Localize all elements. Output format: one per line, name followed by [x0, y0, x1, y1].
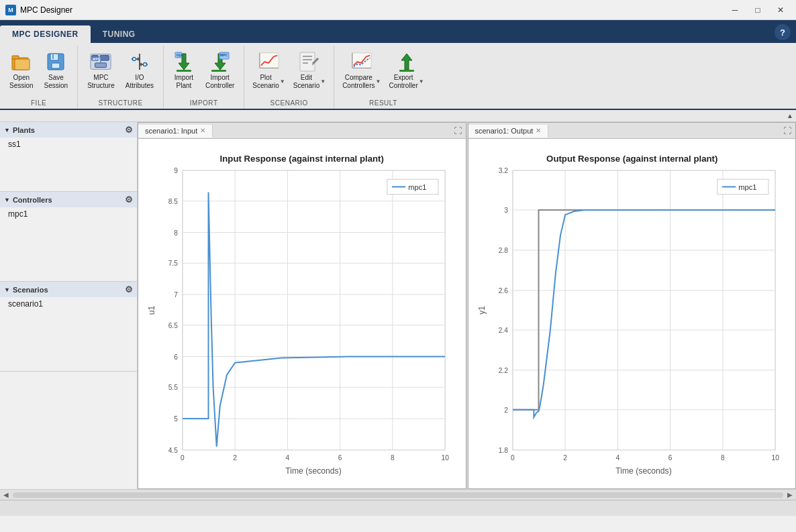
- tab-tuning[interactable]: TUNING: [91, 25, 148, 43]
- ribbon-collapse-bar: ▲: [0, 110, 796, 122]
- svg-text:8: 8: [721, 454, 725, 462]
- svg-text:MPC: MPC: [220, 53, 228, 57]
- svg-text:7.5: 7.5: [168, 260, 178, 267]
- compare-controllers-button[interactable]: CompareControllers ▼: [340, 48, 383, 93]
- import-controller-label: ImportController: [205, 74, 234, 90]
- plot-scenario-button[interactable]: PlotScenario ▼: [250, 48, 287, 93]
- output-chart-svg: Output Response (against internal plant)…: [475, 146, 789, 482]
- io-attributes-button[interactable]: I/OAttributes: [121, 48, 158, 93]
- bottom-scrollbar[interactable]: ◀ ▶: [0, 489, 796, 500]
- svg-text:2: 2: [563, 454, 567, 462]
- output-chart-tab[interactable]: scenario1: Output ✕: [468, 125, 549, 138]
- open-session-button[interactable]: OpenSession: [5, 48, 38, 93]
- controller-item-mpc1[interactable]: mpc1: [0, 207, 137, 221]
- import-plant-button[interactable]: G(s) ImportPlant: [169, 48, 199, 93]
- compare-controllers-label: CompareControllers: [342, 74, 375, 90]
- status-bar: [0, 500, 796, 516]
- help-button[interactable]: ?: [775, 24, 791, 40]
- svg-text:MPC: MPC: [93, 57, 101, 61]
- controllers-section: ▼ Controllers ⚙ mpc1: [0, 192, 137, 282]
- svg-text:2: 2: [233, 454, 237, 462]
- title-bar: M MPC Designer ─ □ ✕: [0, 0, 796, 20]
- input-chart-tab[interactable]: scenario1: Input ✕: [138, 125, 213, 138]
- output-chart-content: Output Response (against internal plant)…: [468, 139, 796, 488]
- maximize-button[interactable]: □: [748, 3, 768, 17]
- input-tab-label: scenario1: Input: [145, 127, 197, 135]
- mpc-structure-label: MPCStructure: [87, 74, 115, 90]
- mpc-structure-button[interactable]: MPC MPCStructure: [83, 48, 119, 93]
- controllers-spacer: [0, 221, 137, 281]
- title-bar-controls[interactable]: ─ □ ✕: [725, 3, 791, 17]
- plant-item-ss1[interactable]: ss1: [0, 138, 137, 151]
- scenarios-header[interactable]: ▼ Scenarios ⚙: [0, 282, 137, 297]
- save-session-label: SaveSession: [44, 74, 68, 90]
- minimize-button[interactable]: ─: [725, 3, 745, 17]
- svg-text:4.5: 4.5: [168, 447, 178, 454]
- output-tab-close[interactable]: ✕: [536, 127, 541, 134]
- plants-gear-icon[interactable]: ⚙: [125, 125, 133, 135]
- svg-rect-32: [300, 52, 315, 71]
- input-chart-content: Input Response (against internal plant) …: [138, 139, 466, 488]
- export-controller-button[interactable]: ExportController ▼: [386, 48, 426, 93]
- svg-text:9: 9: [174, 167, 178, 174]
- plants-title: Plants: [13, 126, 35, 134]
- svg-text:6: 6: [668, 454, 672, 462]
- controllers-header[interactable]: ▼ Controllers ⚙: [0, 192, 137, 207]
- svg-text:mpc1: mpc1: [408, 183, 426, 191]
- structure-buttons: MPC MPCStructure I/: [83, 46, 158, 98]
- svg-text:G(s): G(s): [177, 53, 183, 57]
- controllers-title: Controllers: [13, 196, 52, 204]
- svg-text:3.2: 3.2: [498, 167, 507, 174]
- input-chart-controls: ⛶: [450, 126, 466, 136]
- svg-text:Input Response (against intern: Input Response (against internal plant): [220, 154, 384, 164]
- edit-scenario-button[interactable]: EditScenario ▼: [291, 48, 328, 93]
- output-chart-controls: ⛶: [779, 126, 795, 136]
- svg-rect-22: [177, 70, 191, 72]
- svg-rect-42: [399, 70, 414, 72]
- close-button[interactable]: ✕: [770, 3, 791, 17]
- file-group-label: FILE: [5, 98, 72, 109]
- controllers-gear-icon[interactable]: ⚙: [125, 195, 133, 205]
- scenarios-gear-icon[interactable]: ⚙: [125, 284, 133, 295]
- plants-arrow: ▼: [4, 127, 10, 134]
- svg-text:6.5: 6.5: [168, 322, 178, 329]
- svg-text:4: 4: [615, 454, 619, 462]
- svg-text:u1: u1: [147, 305, 156, 315]
- scroll-left-button[interactable]: ◀: [1, 491, 11, 498]
- plants-header[interactable]: ▼ Plants ⚙: [0, 122, 137, 138]
- tab-mpc-designer[interactable]: MPC DESIGNER: [0, 25, 91, 43]
- scenario-item-scenario1[interactable]: scenario1: [0, 297, 137, 311]
- svg-rect-26: [211, 70, 226, 72]
- tab-bar: MPC DESIGNER TUNING ?: [0, 20, 796, 43]
- save-session-button[interactable]: SaveSession: [40, 48, 72, 93]
- edit-scenario-arrow: ▼: [320, 78, 326, 85]
- input-tab-close[interactable]: ✕: [200, 127, 205, 134]
- main-layout: ▼ Plants ⚙ ss1 ▼ Controllers ⚙ mpc1 ▼ Sc…: [0, 122, 796, 489]
- compare-controllers-arrow: ▼: [375, 78, 381, 85]
- edit-scenario-icon: [299, 51, 320, 72]
- import-controller-button[interactable]: MPC ImportController: [201, 48, 238, 93]
- scroll-right-button[interactable]: ▶: [785, 491, 795, 498]
- svg-text:2: 2: [504, 407, 508, 414]
- scenarios-section: ▼ Scenarios ⚙ scenario1: [0, 282, 137, 372]
- save-session-icon: [45, 51, 66, 72]
- svg-text:6: 6: [174, 354, 178, 361]
- plot-scenario-arrow: ▼: [280, 78, 285, 85]
- svg-text:6: 6: [338, 454, 342, 462]
- svg-rect-6: [52, 54, 54, 59]
- import-plant-icon: G(s): [173, 51, 195, 72]
- svg-text:4: 4: [286, 454, 290, 462]
- export-controller-icon: [396, 51, 417, 72]
- scroll-track[interactable]: [13, 492, 783, 498]
- output-chart-maximize[interactable]: ⛶: [783, 126, 791, 136]
- ribbon-group-import: G(s) ImportPlant MPC ImportController IM…: [164, 46, 244, 109]
- svg-text:10: 10: [442, 454, 450, 462]
- collapse-arrow[interactable]: ▲: [787, 112, 793, 119]
- input-chart-maximize[interactable]: ⛶: [454, 126, 462, 136]
- input-chart-svg: Input Response (against internal plant) …: [145, 146, 459, 482]
- sidebar: ▼ Plants ⚙ ss1 ▼ Controllers ⚙ mpc1 ▼ Sc…: [0, 122, 138, 489]
- app-title: MPC Designer: [20, 5, 72, 15]
- scenarios-title: Scenarios: [13, 286, 48, 294]
- svg-rect-1: [12, 56, 19, 59]
- svg-rect-4: [50, 54, 58, 60]
